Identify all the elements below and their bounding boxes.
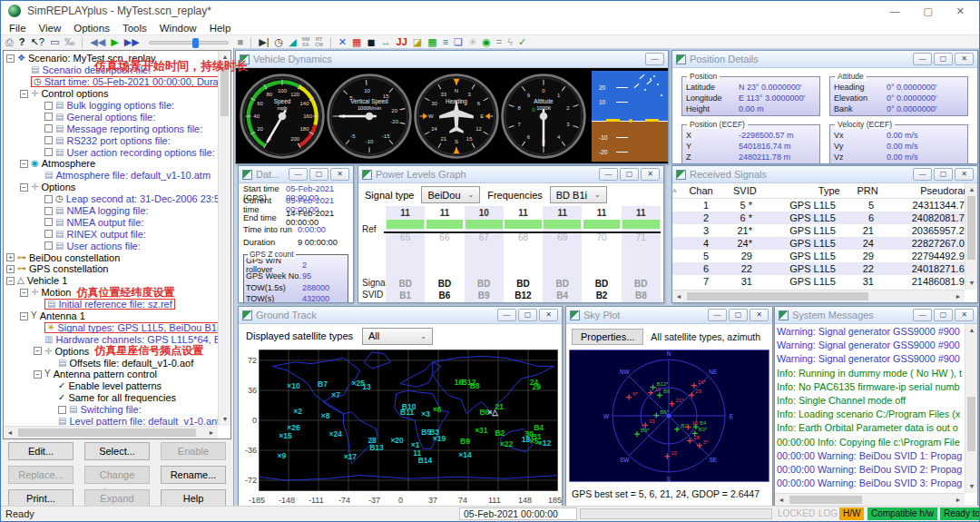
channels-grid-icon[interactable]: ▦ [352,36,361,48]
tree-checkbox[interactable] [44,136,53,144]
ground-track-titlebar[interactable]: Ground Track — ▢ ✕ [239,307,562,324]
vertical-scrollbar[interactable]: ▲ ▼ [965,183,977,290]
power-ramp-icon[interactable]: ◢ [289,36,296,48]
close-button[interactable]: ✕ [641,168,660,181]
rewind-button[interactable]: ◀◀ [90,36,105,48]
tree-item[interactable]: ▤NMEA logging file: [4,205,218,217]
equal-icon[interactable]: = [496,36,502,48]
context-help-icon[interactable]: ↖? [31,36,44,48]
tree-expander[interactable]: − [34,370,42,379]
tree-checkbox[interactable] [44,148,53,156]
run-button[interactable]: ▶ [111,36,118,48]
tree-item[interactable]: ▤Atmosphere file: default_v1-10.atm [4,170,218,182]
properties-button[interactable]: Properties... [572,329,643,345]
output-window-icon[interactable]: ▭ [50,36,59,48]
menu-help[interactable]: Help [203,23,238,34]
tree-item[interactable]: ▤User actions file: [4,240,218,251]
close-button[interactable]: ✕ [955,53,974,65]
signal-type-select[interactable]: BeiDou ⌄ [421,186,480,203]
tree-item[interactable]: −✛Options仿真星座信号频点设置 [4,345,218,357]
sky-plot-titlebar[interactable]: Sky Plot — ▢ ✕ [566,307,772,324]
vertical-scrollbar[interactable]: ▲ ▼ [965,324,977,493]
print-button[interactable]: Print... [8,489,74,507]
maximize-button[interactable]: ▢ [518,309,537,321]
tree-checkbox[interactable] [44,241,53,250]
power-levels-titlebar[interactable]: Power Levels Graph — ▢ ✕ [358,166,663,183]
scroll-right-icon[interactable]: ► [205,427,218,439]
maximize-button[interactable]: ▢ [934,168,953,181]
tree-checkbox[interactable] [58,406,66,414]
clock-icon[interactable]: ◷ [275,36,284,48]
minimize-button[interactable]: — [913,309,932,321]
satellite-types-select[interactable]: All ⌄ [362,328,433,345]
rtcm-icon[interactable]: RTCM [315,37,323,47]
minimize-button[interactable]: — [497,309,516,321]
tree-item[interactable]: ◷Start time: 05-Feb-2021 00:00:00, Durat… [4,76,218,88]
table-row[interactable]: 321*GPS L1L52120365957.266 [672,224,965,237]
step-icon[interactable]: ▶| [259,36,269,48]
table-row[interactable]: 26 *GPS L1L5624082081.710 [672,212,965,224]
messages-list-icon[interactable]: ≡ [443,36,448,48]
freeze-icon[interactable]: ✳ [468,36,476,48]
stop-button[interactable]: ■ [238,36,244,48]
help-button[interactable]: Help [161,489,226,507]
tree-expander[interactable]: − [20,312,28,320]
tree-item[interactable]: ▤User action recording options file: [4,146,218,158]
tree-checkbox[interactable] [44,218,53,226]
cascade-windows-icon[interactable]: ❏ [454,36,463,48]
horizontal-scrollbar[interactable]: ◄ ► [775,493,965,506]
column-header-type[interactable]: Type [762,185,846,196]
maximize-button[interactable]: ▢ [729,309,748,321]
nmea-icon[interactable]: NMEA [302,37,310,47]
select-button[interactable]: Select... [84,442,150,460]
expand-view-icon[interactable]: ✕ [338,36,347,48]
tree-item[interactable]: +⊶GPS constellation [4,263,218,275]
ok-icon[interactable]: ✓ [518,36,526,48]
tree-item[interactable]: ▤Level pattern file: default_v1-0.ant_pa… [4,416,218,426]
tree-expander[interactable]: + [6,265,15,273]
edit-button[interactable]: Edit... [8,442,74,460]
tree-item[interactable]: ✓Enable level patterns [4,380,218,392]
help-icon[interactable]: ? [19,36,25,48]
scroll-left-icon[interactable]: ◄ [775,494,788,506]
tree-item[interactable]: −✛Options [4,182,218,193]
tree-expander[interactable]: − [6,277,15,285]
scroll-right-icon[interactable]: ► [952,494,965,506]
minimize-button[interactable]: — [708,309,727,321]
tree-item[interactable]: ▤Bulk logging options file: [4,100,218,112]
position-pin-icon[interactable]: ◉ [482,36,491,48]
graph-window-icon[interactable]: ◼ [367,36,375,48]
minimize-button[interactable]: — [645,53,664,65]
tree-horizontal-scrollbar[interactable]: ◄ ► [4,426,218,438]
column-header-prn[interactable]: PRN [846,185,884,196]
tree-expander[interactable]: − [20,160,28,168]
scroll-left-icon[interactable]: ◄ [4,427,16,439]
tree-item[interactable]: ✓Same for all frequencies [4,392,218,404]
tree-item[interactable]: ▤NMEA output file: [4,216,218,228]
tree-item[interactable]: −YAntenna pattern control [4,369,218,380]
table-row[interactable]: 424*GPS L1L52422827267.068 [672,237,965,250]
column-header-pseudorange[interactable]: Pseudorange [884,185,965,196]
tree-expander[interactable]: − [20,183,28,192]
scroll-down-icon[interactable]: ▼ [965,480,977,493]
tree-checkbox[interactable] [44,124,53,133]
table-row[interactable]: 622GPS L1L52224018271.641 [672,262,965,275]
signal-ratio-icon[interactable]: ‰ [64,36,74,48]
scroll-down-icon[interactable]: ▼ [965,277,977,290]
tree-expander[interactable]: + [6,253,15,261]
menu-window[interactable]: Window [153,23,203,34]
minimize-button[interactable]: — [913,168,932,181]
minimize-button[interactable]: — [913,53,932,65]
scroll-down-icon[interactable]: ▼ [219,413,231,426]
received-signals-titlebar[interactable]: Received Signals — ▢ ✕ [672,166,977,183]
tree-checkbox[interactable] [44,195,53,203]
maximize-button[interactable]: ▢ [934,53,953,65]
tree-expander[interactable]: − [20,90,28,98]
close-button[interactable]: ✕ [750,309,769,321]
system-messages-titlebar[interactable]: System Messages — ▢ ✕ [775,307,977,324]
column-header-chan[interactable]: Chan [677,185,719,196]
scroll-right-icon[interactable]: ► [952,291,965,302]
tree-item[interactable]: ▤RINEX output file: [4,228,218,240]
scroll-left-icon[interactable]: ◄ [672,291,685,302]
lightning-icon[interactable]: ϟ [507,36,513,48]
